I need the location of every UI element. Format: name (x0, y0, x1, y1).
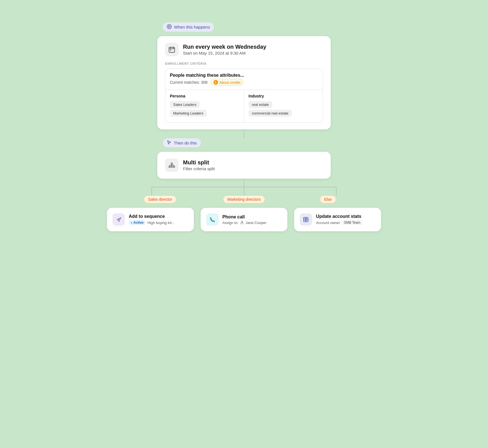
criteria-box: People matching these attributes... Curr… (165, 69, 323, 123)
target-icon (167, 24, 172, 30)
branch-label-else: Else (320, 195, 336, 203)
svg-point-10 (171, 166, 173, 168)
person-icon (240, 221, 244, 225)
then-label-text: Then do this (174, 141, 197, 145)
svg-point-2 (169, 26, 170, 27)
action-subtitle: Filter criteria split (183, 166, 215, 171)
account-meta: Account owner SMB Team (316, 220, 362, 225)
connector-1 (244, 129, 244, 138)
tag-marketing-leaders: Marketing Leaders (170, 110, 207, 117)
smb-badge: SMB Team (342, 220, 362, 225)
svg-point-9 (169, 166, 170, 168)
action-text: Multi split Filter criteria split (183, 159, 215, 171)
sequence-meta-text: High buying int... (147, 221, 175, 225)
account-owner-text: Account owner (316, 221, 340, 225)
svg-rect-29 (305, 218, 307, 218)
persona-tags: Sales Leaders Marketing Leaders (170, 101, 239, 118)
calendar-icon-wrap (165, 43, 179, 56)
trigger-subtitle: Start on May 15, 2024 at 9:30 AM (183, 51, 266, 55)
then-label: Then do this (163, 138, 201, 147)
trigger-text: Run every week on Wednesday Start on May… (183, 44, 266, 55)
send-icon-wrap (112, 213, 125, 226)
assign-person: Jane Cooper (246, 221, 266, 225)
building-icon (303, 216, 309, 223)
branch-label-marketing: Marketing directors (223, 195, 265, 203)
split-icon-wrap (165, 158, 179, 172)
svg-point-11 (173, 166, 175, 168)
branch-labels-row: Sales director Marketing directors Else (118, 195, 370, 203)
phone-meta: Assign to: Jane Cooper (222, 221, 267, 225)
industry-tags: real estate commercial real estate (248, 101, 318, 118)
criteria-table: Persona Sales Leaders Marketing Leaders … (165, 90, 323, 122)
persona-col: Persona Sales Leaders Marketing Leaders (165, 90, 244, 122)
branch-cards-row: Add to sequence Active High buying int..… (107, 208, 381, 231)
industry-col-title: Industry (248, 94, 318, 98)
industry-col: Industry real estate commercial real est… (244, 90, 323, 122)
credits-badge[interactable]: A About credits (210, 79, 244, 86)
criteria-title: People matching these attributes... (170, 73, 318, 78)
tag-commercial-real-estate: commercial real estate (248, 110, 292, 117)
phone-icon-wrap (206, 213, 219, 226)
building-icon-wrap (300, 213, 312, 226)
phone-content: Phone call Assign to: Jane Cooper (222, 214, 267, 225)
sequence-content: Add to sequence Active High buying int..… (129, 214, 175, 225)
account-content: Update account stats Account owner SMB T… (316, 214, 362, 225)
criteria-matches: Current matches: 308 A About credits (170, 79, 318, 86)
account-title: Update account stats (316, 214, 362, 219)
branch-card-phone[interactable]: Phone call Assign to: Jane Cooper (201, 208, 288, 231)
trigger-card: Run every week on Wednesday Start on May… (157, 36, 331, 129)
tag-sales-leaders: Sales Leaders (170, 101, 200, 108)
svg-point-23 (241, 221, 243, 223)
split-icon (168, 161, 176, 169)
svg-rect-28 (306, 220, 307, 221)
svg-point-8 (171, 163, 173, 164)
persona-col-title: Persona (170, 94, 239, 98)
action-header: Multi split Filter criteria split (165, 158, 323, 172)
tag-real-estate: real estate (248, 101, 272, 108)
svg-rect-7 (170, 50, 171, 50)
svg-line-22 (118, 219, 119, 220)
trigger-header: Run every week on Wednesday Start on May… (165, 43, 323, 56)
action-title: Multi split (183, 159, 215, 166)
branch-label-sales: Sales director (144, 195, 176, 203)
when-label-text: When this happens (174, 25, 210, 29)
branch-card-sequence[interactable]: Add to sequence Active High buying int..… (107, 208, 194, 231)
sequence-title: Add to sequence (129, 214, 175, 219)
cursor-icon (167, 140, 172, 146)
action-card: Multi split Filter criteria split (157, 152, 331, 179)
when-label: When this happens (163, 22, 214, 32)
phone-icon (209, 216, 215, 223)
credits-icon: A (214, 80, 218, 85)
criteria-header: People matching these attributes... Curr… (165, 69, 323, 90)
calendar-icon (168, 46, 175, 53)
trigger-title: Run every week on Wednesday (183, 44, 266, 50)
matches-text: Current matches: 308 (170, 80, 208, 85)
svg-rect-27 (304, 220, 305, 221)
enrollment-label: ENROLLMENT CRITERIA (165, 62, 323, 65)
send-icon (116, 216, 122, 223)
credits-text: About credits (219, 80, 241, 85)
assign-to-text: Assign to: (222, 221, 238, 225)
branch-card-account[interactable]: Update account stats Account owner SMB T… (294, 208, 381, 231)
svg-rect-3 (169, 47, 175, 52)
branch-section: Sales director Marketing directors Else (90, 179, 398, 231)
branch-lines (118, 179, 370, 195)
tree-connector (118, 179, 370, 195)
workflow-container: When this happens Run every week on Wedn… (146, 22, 342, 426)
sequence-meta: Active High buying int... (129, 220, 175, 225)
phone-title: Phone call (222, 214, 267, 220)
active-badge: Active (129, 220, 146, 225)
